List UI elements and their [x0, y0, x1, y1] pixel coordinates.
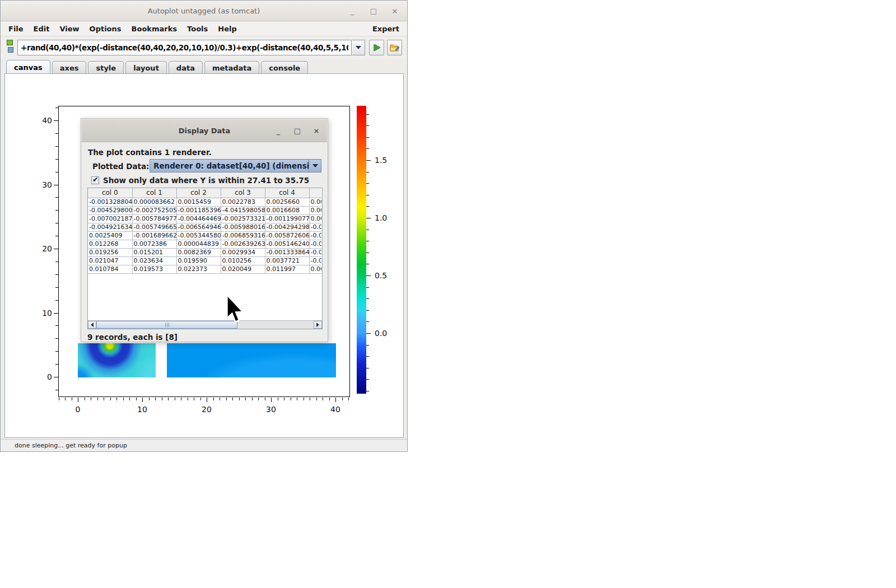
table-cell[interactable]: 0.023634: [132, 256, 176, 265]
table-cell[interactable]: 0.000044839: [176, 240, 221, 248]
maximize-icon[interactable]: □: [369, 7, 378, 15]
table-cell[interactable]: -0.005146240...: [265, 240, 309, 248]
table-cell[interactable]: 0.0072386: [132, 240, 176, 248]
table-cell[interactable]: 0.015201: [132, 248, 176, 256]
table-cell[interactable]: 0.0022783: [221, 198, 265, 206]
uri-dropdown-button[interactable]: [352, 40, 365, 55]
table-row[interactable]: -0.004529800...-0.002752505...-0.0011853…: [88, 206, 321, 214]
column-header[interactable]: [309, 188, 321, 198]
filter-checkbox[interactable]: ✔: [91, 176, 99, 184]
table-cell[interactable]: 0.0082369: [176, 248, 221, 256]
tab-console[interactable]: console: [261, 61, 308, 74]
combobox-arrow-button[interactable]: [309, 160, 321, 172]
table-cell[interactable]: -0.006859316...: [221, 231, 265, 240]
tab-layout[interactable]: layout: [125, 61, 167, 74]
table-cell[interactable]: -0.0: [309, 240, 321, 248]
table-cell[interactable]: 0.019573: [132, 265, 176, 273]
table-cell[interactable]: 0.00: [309, 265, 321, 273]
table-row[interactable]: 0.0025409-0.001689662...-0.005344580...-…: [88, 231, 321, 240]
inspect-button[interactable]: [387, 40, 402, 55]
table-cell[interactable]: -0.0: [309, 231, 321, 240]
table-cell[interactable]: 0.0016608: [265, 206, 309, 214]
tab-data[interactable]: data: [169, 61, 203, 74]
table-cell[interactable]: 0.0025409: [88, 231, 132, 240]
table-cell[interactable]: 0.019590: [176, 256, 221, 265]
uri-input[interactable]: +rand(40,40)*(exp(-distance(40,40,20,20,…: [17, 40, 352, 55]
minimize-icon[interactable]: _: [348, 7, 357, 15]
table-cell[interactable]: 0.019256: [88, 248, 132, 256]
table-cell[interactable]: -0.001328804...: [88, 198, 132, 206]
table-row[interactable]: 0.0122680.00723860.000044839-0.002639263…: [88, 240, 321, 248]
table-cell[interactable]: -0.0: [309, 248, 321, 256]
table-cell[interactable]: 0.022373: [176, 265, 221, 273]
table-cell[interactable]: -0.001333864...: [265, 248, 309, 256]
table-cell[interactable]: 0.020049: [221, 265, 265, 273]
table-cell[interactable]: -0.002752505...: [132, 206, 176, 214]
tab-style[interactable]: style: [88, 61, 124, 74]
dialog-close-icon[interactable]: ×: [312, 127, 320, 135]
table-cell[interactable]: -0.002573321...: [221, 214, 265, 223]
table-cell[interactable]: 0.011997: [265, 265, 309, 273]
table-cell[interactable]: -0.004294298...: [265, 223, 309, 231]
menu-item-view[interactable]: View: [54, 24, 84, 34]
tab-metadata[interactable]: metadata: [204, 61, 259, 74]
title-bar[interactable]: Autoplot untagged (as tomcat) _ □ ×: [1, 1, 407, 21]
table-row[interactable]: -0.004921634...-0.005749665...-0.0065649…: [88, 223, 321, 231]
column-header[interactable]: col 2: [176, 188, 221, 198]
table-cell[interactable]: -0.005784977...: [132, 214, 176, 223]
table-row[interactable]: 0.0107840.0195730.0223730.0200490.011997…: [88, 265, 321, 273]
close-icon[interactable]: ×: [390, 7, 399, 15]
horizontal-scrollbar[interactable]: [88, 320, 322, 329]
table-row[interactable]: -0.007002187...-0.005784977...-0.0044644…: [88, 214, 321, 223]
column-header[interactable]: col 4: [265, 188, 309, 198]
menu-item-file[interactable]: File: [8, 24, 29, 34]
scrollbar-track[interactable]: [96, 321, 314, 329]
data-table[interactable]: col 0col 1col 2col 3col 4 -0.001328804..…: [88, 188, 321, 274]
column-header[interactable]: col 1: [132, 188, 176, 198]
table-cell[interactable]: 0.0037721: [265, 256, 309, 265]
table-cell[interactable]: 0.00: [309, 214, 321, 223]
table-cell[interactable]: -0.004529800...: [88, 206, 132, 214]
menu-item-tools[interactable]: Tools: [182, 24, 213, 34]
table-cell[interactable]: 0.010256: [221, 256, 265, 265]
table-cell[interactable]: -0.005988016...: [221, 223, 265, 231]
menu-item-options[interactable]: Options: [85, 24, 127, 34]
table-cell[interactable]: -0.006564946...: [176, 223, 221, 231]
table-cell[interactable]: 0.000083662: [132, 198, 176, 206]
table-cell[interactable]: -0.007002187...: [88, 214, 132, 223]
go-button[interactable]: [369, 40, 384, 55]
table-cell[interactable]: 0.021047: [88, 256, 132, 265]
menu-item-bookmarks[interactable]: Bookmarks: [127, 24, 183, 34]
table-cell[interactable]: 0.00: [309, 206, 321, 214]
table-cell[interactable]: -0.0: [309, 256, 321, 265]
scrollbar-thumb[interactable]: [96, 321, 237, 329]
table-cell[interactable]: -0.002639263...: [221, 240, 265, 248]
table-cell[interactable]: -0.005872606...: [265, 231, 309, 240]
table-row[interactable]: 0.0210470.0236340.0195900.0102560.003772…: [88, 256, 321, 265]
table-cell[interactable]: -4.041598058...: [221, 206, 265, 214]
datasource-icon[interactable]: [7, 40, 15, 55]
table-cell[interactable]: 0.0015459: [176, 198, 221, 206]
table-row[interactable]: -0.001328804...0.0000836620.00154590.002…: [88, 198, 321, 206]
column-header[interactable]: col 0: [88, 188, 132, 198]
table-cell[interactable]: 0.010784: [88, 265, 132, 273]
tab-axes[interactable]: axes: [52, 61, 87, 74]
menu-item-edit[interactable]: Edit: [29, 24, 55, 34]
column-header[interactable]: col 3: [221, 188, 265, 198]
table-cell[interactable]: 0.0029934: [221, 248, 265, 256]
table-cell[interactable]: -0.005344580...: [176, 231, 221, 240]
scroll-left-button[interactable]: [88, 321, 96, 329]
table-cell[interactable]: -0.004921634...: [88, 223, 132, 231]
menu-item-help[interactable]: Help: [213, 24, 241, 34]
table-cell[interactable]: 0.0025660: [265, 198, 309, 206]
dialog-minimize-icon[interactable]: _: [274, 127, 282, 135]
table-cell[interactable]: -0.001689662...: [132, 231, 176, 240]
table-cell[interactable]: -0.001199077...: [265, 214, 309, 223]
table-cell[interactable]: -0.004464469...: [176, 214, 221, 223]
dialog-maximize-icon[interactable]: □: [293, 127, 301, 135]
scroll-right-button[interactable]: [314, 321, 322, 329]
table-cell[interactable]: -0.001185396...: [176, 206, 221, 214]
table-cell[interactable]: -0.0: [309, 223, 321, 231]
table-cell[interactable]: 0.012268: [88, 240, 132, 248]
table-row[interactable]: 0.0192560.0152010.00823690.0029934-0.001…: [88, 248, 321, 256]
